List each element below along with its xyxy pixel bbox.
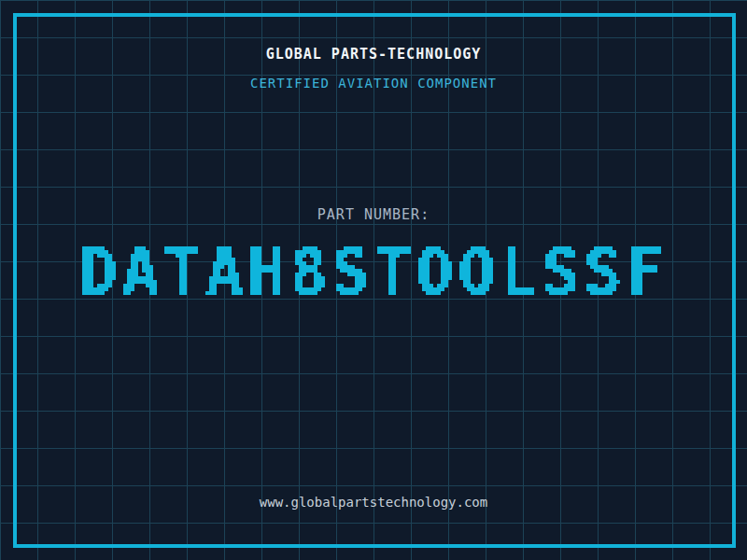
part-number-label: PART NUMBER: [0, 206, 747, 223]
website-url: www.globalpartstechnology.com [0, 495, 747, 510]
company-name: GLOBAL PARTS-TECHNOLOGY [0, 46, 747, 63]
certification-label: CERTIFIED AVIATION COMPONENT [0, 76, 747, 91]
certificate-card: GLOBAL PARTS-TECHNOLOGY CERTIFIED AVIATI… [0, 0, 747, 560]
part-number-value [56, 235, 691, 317]
